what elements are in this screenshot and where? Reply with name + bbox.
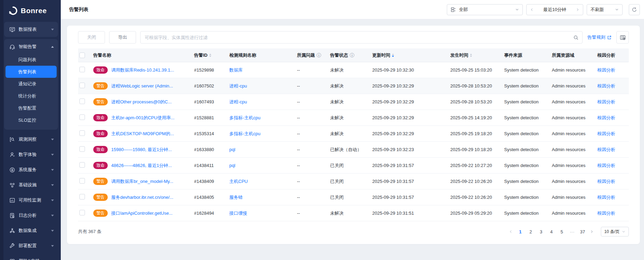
page-number[interactable]: 5 [558,227,566,236]
rule-link[interactable]: 进程-cpu [229,83,247,89]
status: 未解决 [330,131,372,137]
sidebar-item-label: 帮助&支持 [19,258,48,260]
root-cause-link[interactable]: 根因分析 [597,195,615,200]
sort-toggle[interactable] [392,54,394,57]
severity-badge: 致命 [93,130,108,137]
info-icon[interactable]: i [317,53,321,57]
sidebar-nav: 数据报表 智能告警 问题列表 告警列表 通知记录 统计分析 告警配置 SLO监控 [0,22,61,260]
root-cause-link[interactable]: 根因分析 [597,147,615,152]
sidebar-item-observe-insight[interactable]: 观测洞察 [4,132,58,147]
row-checkbox[interactable] [79,99,85,104]
row-checkbox[interactable] [79,162,85,168]
rule-link[interactable]: 接口缓慢 [229,211,247,216]
page-number[interactable]: 2 [527,227,535,236]
page-number[interactable]: 4 [548,227,555,236]
sidebar-item-slo-monitor[interactable]: SLO监控 [6,114,57,126]
select-all-checkbox[interactable] [79,53,85,58]
sidebar-item-deploy-config[interactable]: 部署配置 [4,238,58,253]
alert-name-link[interactable]: 主机br-apm-001的CPU使用率... [111,115,174,121]
export-button[interactable]: 导出 [109,31,136,44]
alert-name-link[interactable]: 接口IamApiController.getUse... [111,210,173,216]
sidebar-item-infrastructure[interactable]: 基础设施 [4,177,58,193]
chevron-down-icon [51,184,54,186]
sort-toggle[interactable] [209,54,211,57]
resource-domain: Admin resources [552,67,597,73]
page-number[interactable]: 1 [517,227,524,236]
occur-time: 2025-09-29 05:29:20 [450,211,504,216]
info-icon[interactable]: i [350,53,354,57]
row-checkbox[interactable] [79,178,85,184]
sort-toggle[interactable] [470,54,472,57]
page-next-button[interactable] [588,227,596,236]
root-cause-link[interactable]: 根因分析 [597,179,615,184]
severity-badge: 致命 [93,146,108,153]
row-checkbox[interactable] [79,194,85,199]
sidebar-item-label: 数据集成 [19,228,48,234]
root-cause-link[interactable]: 根因分析 [597,83,615,89]
root-cause-link[interactable]: 根因分析 [597,67,615,73]
rule-link[interactable]: 多指标-主机cpu [229,115,260,120]
page-prev-button[interactable] [507,227,515,236]
column-settings-button[interactable] [616,31,629,44]
alert-name-link[interactable]: 进程Other processes@0的C... [111,99,172,105]
page-number[interactable]: 37 [579,227,586,236]
wrench-icon [9,243,15,249]
sidebar-item-availability[interactable]: 可用性监测 [4,193,58,208]
root-cause-link[interactable]: 根因分析 [597,99,615,104]
row-checkbox[interactable] [79,210,85,215]
row-checkbox[interactable] [79,83,85,88]
sidebar-item-system-services[interactable]: 系统服务 [4,162,58,177]
close-alerts-button[interactable]: 关闭 [78,31,105,44]
alert-name-link[interactable]: 15980------15980, 最近1分钟... [111,147,172,153]
sidebar-item-data-integration[interactable]: 数据集成 [4,223,58,238]
sidebar-item-smart-alerts[interactable]: 智能告警 [4,40,58,54]
search-icon[interactable] [573,35,579,40]
scope-select[interactable]: 全部 [447,4,523,15]
row-checkbox[interactable] [79,67,85,72]
sidebar-item-log-analysis[interactable]: 日志分析 [4,208,58,223]
alert-name-link[interactable]: 调用数据库Redis-10.241.39.1... [111,67,174,73]
sidebar-item-alert-list[interactable]: 告警列表 [6,66,57,78]
sidebar-item-problem-list[interactable]: 问题列表 [6,54,57,66]
smart-alerts-submenu: 问题列表 告警列表 通知记录 统计分析 告警配置 SLO监控 [4,54,58,129]
rule-link[interactable]: 数据库 [229,67,243,73]
layers-icon [451,7,456,12]
alert-name-link[interactable]: 进程WebLogic server (Admin... [111,83,173,89]
row-checkbox[interactable] [79,114,85,120]
root-cause-link[interactable]: 根因分析 [597,211,615,216]
page-number[interactable]: 3 [537,227,545,236]
column-settings-icon [620,35,626,40]
rule-link[interactable]: 服务错 [229,195,243,200]
refresh-button[interactable] [629,4,640,15]
chevron-right-icon[interactable] [576,8,579,12]
chevron-left-icon[interactable] [530,8,534,12]
col-alert-name: 告警名称 [93,52,194,58]
rule-link[interactable]: pql [229,147,235,152]
rule-link[interactable]: 进程-cpu [229,99,247,104]
page-size-select[interactable]: 10 条/页 [601,227,629,236]
rule-link[interactable]: 主机CPU [229,179,248,184]
root-cause-link[interactable]: 根因分析 [597,131,615,136]
refresh-interval-select[interactable]: 不刷新 [587,4,623,15]
alert-name-link[interactable]: 48626------48626, 最近1分钟... [111,162,172,169]
sidebar-item-stats-analysis[interactable]: 统计分析 [6,90,57,102]
occur-time: 2025-09-22 10:27:20 [450,163,504,168]
rule-link[interactable]: 多指标-主机cpu [229,131,260,136]
rule-link[interactable]: pql [229,163,235,168]
filter-search-input[interactable] [145,35,570,40]
sidebar-item-digital-experience[interactable]: 数字体验 [4,147,58,162]
alert-name-link[interactable]: 服务devharbor.ibr.net.cn/one/... [111,194,173,201]
root-cause-link[interactable]: 根因分析 [597,163,615,168]
sidebar-item-help-support[interactable]: 帮助&支持 [4,253,58,260]
sidebar-item-notify-records[interactable]: 通知记录 [6,78,57,90]
sidebar-item-data-reports[interactable]: 数据报表 [4,22,58,36]
alert-rules-link[interactable]: 告警规则 [587,34,612,40]
alert-name-link[interactable]: 主机DESKTOP-MO9FOPM的... [111,131,174,137]
row-checkbox[interactable] [79,130,85,136]
time-range-value[interactable]: 最近10分钟 [543,7,566,13]
root-cause-link[interactable]: 根因分析 [597,115,615,120]
problem: -- [297,83,330,89]
sidebar-item-alert-config[interactable]: 告警配置 [6,102,57,114]
alert-name-link[interactable]: 调用数据库br_one_model-My... [111,178,173,185]
row-checkbox[interactable] [79,146,85,152]
